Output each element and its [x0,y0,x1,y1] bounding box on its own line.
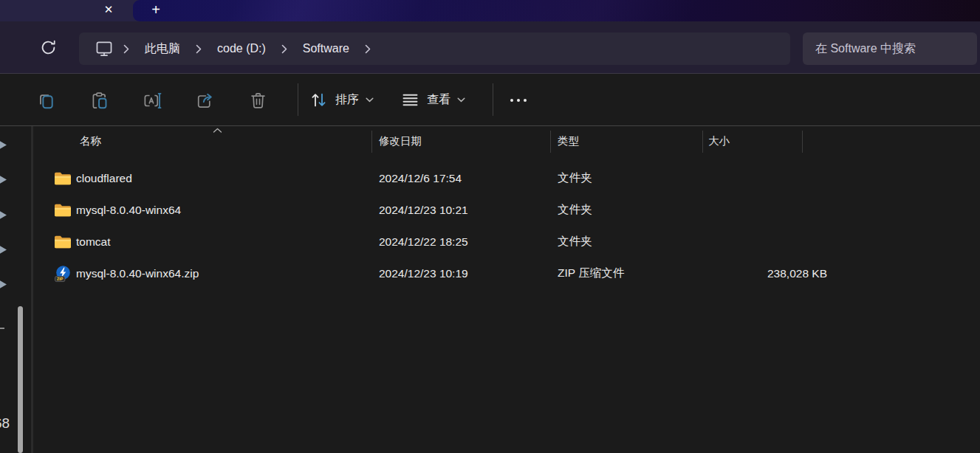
rename-button[interactable] [139,87,165,114]
column-header-type[interactable]: 类型 [558,126,579,156]
breadcrumb-chevron-icon[interactable] [196,44,202,54]
view-icon [400,90,420,110]
breadcrumb-chevron-icon[interactable] [123,44,129,54]
file-size [702,162,827,194]
breadcrumb-item-this-pc[interactable]: 此电脑 [139,37,186,61]
file-date-modified: 2024/12/22 18:25 [379,226,468,257]
delete-icon [248,91,268,111]
this-pc-icon[interactable] [95,39,114,58]
file-row[interactable]: ZIP mysql-8.0.40-winx64 2024/12/23 10:21… [34,194,883,226]
nav-scroll-tick [0,328,4,329]
nav-expand-chevron-icon[interactable] [0,139,7,151]
column-header-row: 名称 修改日期 类型 大小 [34,126,980,156]
column-divider[interactable] [371,131,372,153]
zip-file-icon: ZIP [54,265,72,283]
column-header-name[interactable]: 名称 [80,126,101,156]
file-date-modified: 2024/12/6 17:54 [379,162,462,194]
toolbar-divider [298,83,298,116]
more-options-button[interactable] [505,87,532,114]
search-placeholder: 在 Software 中搜索 [815,41,916,57]
share-icon [195,91,215,111]
tab-bar: ✕ + [0,0,980,21]
copy-button[interactable] [32,87,59,114]
file-explorer-window: ✕ + 此电脑 [0,0,980,453]
item-count-text: 68 [0,415,10,432]
folder-icon [54,203,72,218]
breadcrumb-chevron-icon[interactable] [365,44,371,54]
toolbar-divider [493,83,493,116]
sort-label: 排序 [335,92,359,108]
paste-button[interactable] [86,87,112,114]
column-header-date[interactable]: 修改日期 [379,126,422,156]
chevron-down-icon [457,97,465,103]
file-row[interactable]: ZIP cloudflared 2024/12/6 17:54 文件夹 [34,162,883,194]
refresh-button[interactable] [35,35,61,60]
sort-ascending-caret-icon [213,128,222,134]
file-date-modified: 2024/12/23 10:19 [379,257,468,289]
pane-splitter[interactable] [31,126,33,453]
column-divider[interactable] [550,131,551,153]
breadcrumb-item-software[interactable]: Software [297,38,355,60]
file-type: 文件夹 [558,162,592,194]
refresh-icon [39,38,58,57]
more-options-icon [510,99,527,102]
column-header-size[interactable]: 大小 [708,126,730,156]
address-row: 此电脑 code (D:) Software 在 Software 中搜索 [0,21,980,73]
share-button[interactable] [191,87,218,114]
titlebar-background [133,0,980,21]
toolbar: 排序 查看 [0,73,980,126]
search-input[interactable]: 在 Software 中搜索 [803,32,977,65]
paste-icon [89,91,109,111]
tab-close-button[interactable]: ✕ [100,1,117,18]
file-date-modified: 2024/12/23 10:21 [379,194,468,226]
file-size [702,194,827,226]
nav-expand-chevron-icon[interactable] [0,244,7,255]
file-type: ZIP 压缩文件 [558,257,624,289]
file-name: tomcat [76,226,111,257]
file-name: mysql-8.0.40-winx64 [76,194,181,226]
copy-icon [36,91,56,111]
column-divider[interactable] [702,131,703,153]
folder-icon [54,171,72,186]
address-bar[interactable]: 此电脑 code (D:) Software [79,32,790,65]
column-divider[interactable] [802,131,803,153]
sort-icon [309,90,329,110]
breadcrumb-chevron-icon[interactable] [281,44,287,54]
nav-scrollbar-thumb[interactable] [18,306,23,453]
delete-button[interactable] [244,87,271,114]
nav-expand-chevron-icon[interactable] [0,279,7,290]
rename-icon [143,91,162,111]
file-name: mysql-8.0.40-winx64.zip [76,257,199,289]
file-pane: 68 名称 修改日期 类型 大小 [0,126,980,453]
file-name: cloudflared [76,162,132,194]
nav-expand-chevron-icon[interactable] [0,174,7,185]
folder-icon [54,235,72,249]
breadcrumb-item-drive-d[interactable]: code (D:) [211,38,272,60]
view-label: 查看 [427,92,450,108]
file-size [702,226,827,257]
nav-expand-chevron-icon[interactable] [0,210,7,221]
file-size: 238,028 KB [702,257,827,289]
view-button[interactable]: 查看 [400,74,465,125]
sort-button[interactable]: 排序 [309,74,374,125]
file-type: 文件夹 [558,194,592,226]
chevron-down-icon [366,97,374,103]
svg-text:ZIP: ZIP [57,277,64,281]
file-type: 文件夹 [558,226,592,257]
new-tab-button[interactable]: + [146,0,165,19]
file-row[interactable]: ZIP mysql-8.0.40-winx64.zip 2024/12/23 1… [34,257,883,289]
file-row[interactable]: ZIP tomcat 2024/12/22 18:25 文件夹 [34,226,883,257]
